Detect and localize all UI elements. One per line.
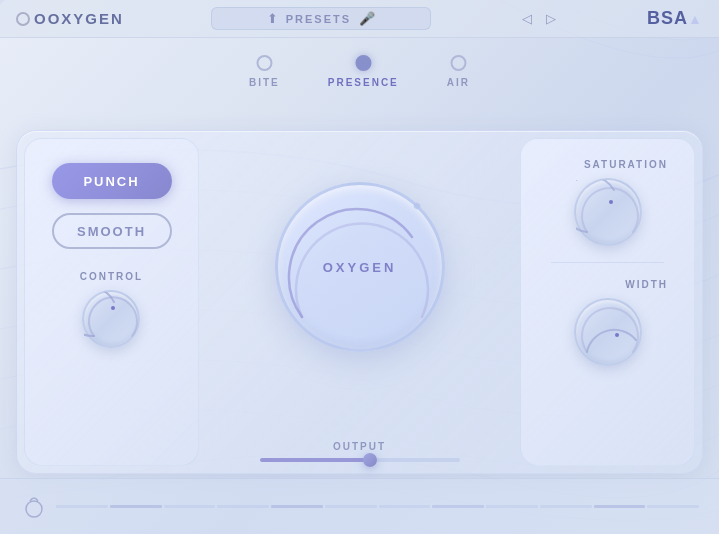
tab-presence[interactable]: PRESENCE [328, 55, 399, 88]
seg-9 [486, 505, 538, 508]
width-knob-arc [576, 300, 644, 368]
tab-bite[interactable]: BITE [249, 55, 280, 88]
tab-air[interactable]: AIR [447, 55, 470, 88]
prev-arrow-button[interactable]: ◁ [518, 9, 536, 28]
left-panel: PUNCH SMOOTH CONTROL [24, 138, 199, 466]
seg-5 [271, 505, 323, 508]
control-section: CONTROL [80, 271, 143, 348]
saturation-section: SATURATION [537, 159, 678, 246]
saturation-label: SATURATION [584, 159, 668, 170]
seg-1 [56, 505, 108, 508]
presets-area[interactable]: ⬆ PRESETS 🎤 [211, 7, 431, 30]
bottom-slider[interactable] [56, 505, 699, 508]
air-dot [450, 55, 466, 71]
bsa-label: BSA [647, 8, 688, 28]
output-slider-thumb[interactable] [363, 453, 377, 467]
next-arrow-button[interactable]: ▷ [542, 9, 560, 28]
output-slider[interactable] [260, 458, 460, 462]
output-label: OUTPUT [333, 441, 386, 452]
bsa-icon: ▲ [688, 11, 703, 27]
right-panel: SATURATION WIDTH [520, 138, 695, 466]
main-knob[interactable]: OXYGEN [275, 182, 445, 352]
seg-3 [164, 505, 216, 508]
air-label: AIR [447, 77, 470, 88]
seg-8 [432, 505, 484, 508]
saturation-knob[interactable] [574, 178, 642, 246]
bottom-svg-icon [20, 493, 48, 521]
seg-10 [540, 505, 592, 508]
seg-2 [110, 505, 162, 508]
control-knob[interactable] [82, 290, 140, 348]
presence-dot [355, 55, 371, 71]
presets-label: PRESETS [286, 13, 351, 25]
seg-11 [594, 505, 646, 508]
width-section: WIDTH [537, 279, 678, 366]
bite-dot [256, 55, 272, 71]
smooth-button[interactable]: SMOOTH [52, 213, 172, 249]
center-knob-area: OXYGEN [275, 182, 445, 352]
svg-point-0 [26, 501, 42, 517]
seg-7 [379, 505, 431, 508]
logo-text: OOXYGEN [34, 10, 124, 27]
control-knob-arc [84, 292, 142, 350]
logo-circle-icon [16, 12, 30, 26]
saturation-knob-arc [576, 180, 644, 248]
seg-4 [217, 505, 269, 508]
plugin-container: OOXYGEN ⬆ PRESETS 🎤 ◁ ▷ BSA▲ BITE PRESEN… [0, 0, 719, 534]
nav-arrows: ◁ ▷ [518, 9, 560, 28]
bsa-logo: BSA▲ [647, 8, 703, 29]
bottom-bar [0, 478, 719, 534]
output-area: OUTPUT [250, 441, 470, 462]
bite-label: BITE [249, 77, 280, 88]
presence-label: PRESENCE [328, 77, 399, 88]
logo-main: OXYGEN [48, 10, 124, 27]
presets-mic-icon: 🎤 [359, 11, 375, 26]
width-label: WIDTH [625, 279, 668, 290]
right-panel-separator [551, 262, 664, 263]
control-label: CONTROL [80, 271, 143, 282]
logo-area: OOXYGEN [16, 10, 124, 27]
bottom-logo-icon [20, 493, 48, 521]
presets-upload-icon: ⬆ [267, 11, 278, 26]
logo-o: O [34, 10, 48, 27]
seg-6 [325, 505, 377, 508]
width-knob[interactable] [574, 298, 642, 366]
seg-12 [647, 505, 699, 508]
mode-tabs: BITE PRESENCE AIR [249, 55, 470, 88]
header: OOXYGEN ⬆ PRESETS 🎤 ◁ ▷ BSA▲ [0, 0, 719, 38]
punch-button[interactable]: PUNCH [52, 163, 172, 199]
main-knob-label: OXYGEN [323, 260, 397, 275]
